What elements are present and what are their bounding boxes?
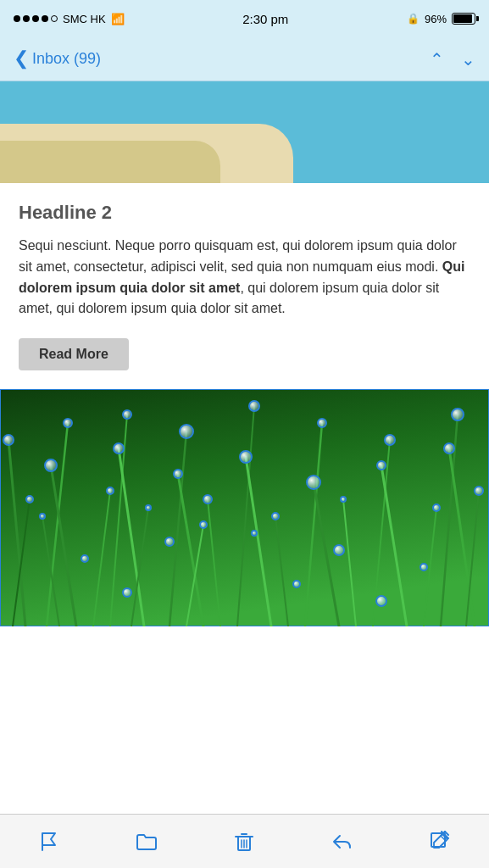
reply-button[interactable]: [324, 823, 361, 860]
svg-point-35: [318, 419, 326, 427]
beach-scene: [0, 81, 489, 183]
chevron-left-icon: ❮: [14, 49, 29, 68]
status-right: 🔒 96%: [407, 13, 475, 25]
svg-point-48: [341, 497, 346, 502]
svg-point-37: [385, 435, 395, 445]
svg-rect-0: [0, 389, 489, 626]
signal-dots: [14, 15, 58, 22]
svg-point-54: [334, 545, 344, 555]
compose-icon: [429, 831, 451, 853]
svg-point-28: [45, 459, 57, 471]
signal-dot-2: [23, 15, 30, 22]
svg-point-36: [307, 476, 320, 489]
svg-point-43: [107, 487, 114, 494]
status-left: SMC HK 📶: [14, 13, 125, 25]
svg-point-53: [252, 531, 257, 536]
carrier-label: SMC HK: [63, 13, 106, 25]
wifi-icon: 📶: [111, 13, 125, 25]
article-text-normal: Sequi nesciunt. Neque porro quisquam est…: [19, 238, 457, 274]
svg-point-29: [123, 410, 131, 419]
inbox-label: Inbox (99): [32, 50, 101, 68]
compose-button[interactable]: [421, 823, 458, 860]
article-headline: Headline 2: [19, 202, 470, 224]
battery-percentage: 96%: [425, 13, 447, 25]
flag-icon: [38, 831, 60, 853]
svg-point-26: [3, 435, 14, 445]
svg-point-40: [444, 443, 454, 453]
back-button[interactable]: ❮ Inbox (99): [14, 50, 101, 68]
folder-button[interactable]: [128, 823, 165, 860]
flag-button[interactable]: [31, 823, 68, 860]
article-text: Sequi nesciunt. Neque porro quisquam est…: [19, 236, 470, 320]
nav-arrows: ⌃ ⌄: [430, 49, 475, 70]
svg-point-49: [433, 504, 440, 511]
bottom-toolbar: [0, 814, 489, 868]
navigation-bar: ❮ Inbox (99) ⌃ ⌄: [0, 37, 489, 81]
svg-point-44: [146, 505, 151, 510]
svg-point-47: [272, 513, 279, 520]
status-time: 2:30 pm: [242, 12, 288, 26]
svg-point-50: [475, 487, 483, 495]
svg-point-42: [40, 514, 45, 519]
battery-icon: [452, 13, 475, 25]
svg-point-45: [200, 521, 207, 528]
svg-point-34: [240, 451, 252, 463]
lock-icon: 🔒: [407, 13, 420, 25]
down-arrow-button[interactable]: ⌄: [461, 49, 475, 70]
svg-point-31: [180, 425, 193, 438]
signal-dot-1: [14, 15, 20, 22]
grass-scene: [0, 389, 489, 626]
svg-point-41: [26, 496, 33, 503]
grass-image: [0, 389, 489, 626]
status-bar: SMC HK 📶 2:30 pm 🔒 96%: [0, 0, 489, 37]
battery-fill: [453, 14, 472, 23]
svg-point-39: [452, 409, 464, 420]
folder-icon: [136, 831, 158, 853]
svg-point-51: [81, 555, 88, 562]
reply-icon: [331, 831, 353, 853]
svg-point-58: [376, 596, 386, 606]
trash-button[interactable]: [225, 823, 263, 860]
trash-icon: [233, 831, 255, 853]
svg-point-57: [293, 581, 300, 587]
sand-shape-2: [0, 141, 220, 183]
svg-point-55: [420, 564, 427, 570]
svg-point-38: [377, 461, 386, 470]
svg-point-30: [114, 443, 124, 453]
content-area: Headline 2 Sequi nesciunt. Neque porro q…: [0, 81, 489, 814]
beach-image: [0, 81, 489, 183]
up-arrow-button[interactable]: ⌃: [430, 49, 444, 70]
signal-dot-3: [32, 15, 39, 22]
article-body: Headline 2 Sequi nesciunt. Neque porro q…: [0, 183, 489, 389]
svg-point-52: [165, 537, 174, 546]
svg-point-27: [64, 419, 72, 427]
svg-point-32: [174, 470, 182, 478]
signal-dot-4: [42, 15, 48, 22]
svg-point-56: [123, 588, 131, 597]
svg-point-33: [249, 401, 259, 411]
signal-dot-5: [51, 15, 58, 22]
read-more-button[interactable]: Read More: [19, 338, 129, 370]
grass-svg: [0, 389, 489, 626]
svg-point-46: [203, 495, 212, 504]
